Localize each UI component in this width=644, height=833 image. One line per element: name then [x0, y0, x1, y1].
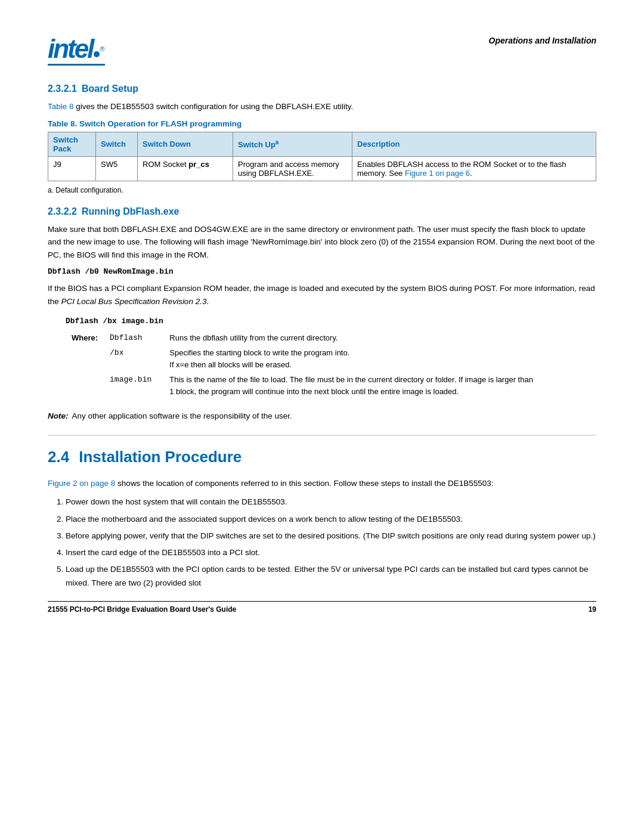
page-header: intel® Operations and Installation [48, 36, 596, 66]
table-footnote: a. Default configuration. [48, 186, 596, 194]
dbflash-key-dbflash: Dbflash [104, 330, 163, 346]
table8: SwitchPack Switch Switch Down Switch Upa… [48, 132, 596, 181]
header-right-text: Operations and Installation [489, 36, 596, 45]
note-label: Note: [48, 411, 69, 420]
note-block: Note:Any other application software is t… [48, 410, 596, 423]
list-item: Power down the host system that will con… [66, 496, 596, 509]
section-232-para1: Make sure that both DBFLASH.EXE and DOS4… [48, 223, 596, 262]
figure2-link[interactable]: Figure 2 on page 8 [48, 479, 115, 488]
dbflash-desc-bx: Specifies the starting block to write th… [163, 345, 543, 372]
dbflash-key-bx: /bx [104, 345, 163, 372]
dbflash-row-2: /bx Specifies the starting block to writ… [66, 345, 543, 372]
intel-logo: intel® [48, 36, 105, 66]
th-description: Description [352, 132, 596, 156]
note-text: Any other application software is the re… [72, 411, 292, 420]
code-block-1: Dbflash /b0 NewRomImage.bin [48, 267, 596, 276]
dbflash-row-1: Where: Dbflash Runs the dbflash utility … [66, 330, 543, 346]
cell-switch: SW5 [96, 156, 138, 181]
list-item: Place the motherboard and the associated… [66, 513, 596, 526]
section-232-para2: If the BIOS has a PCI compliant Expansio… [48, 282, 596, 308]
section-232-heading: 2.3.2.2Running DbFlash.exe [48, 206, 596, 217]
table8-link[interactable]: Table 8 [48, 102, 74, 111]
list-item: Before applying power, verify that the D… [66, 529, 596, 543]
figure1-link[interactable]: Figure 1 on page 6 [405, 169, 470, 178]
intel-letters: intel [48, 36, 100, 62]
footer-left: 21555 PCI-to-PCI Bridge Evaluation Board… [48, 605, 236, 614]
footer-right: 19 [589, 605, 596, 614]
dbflash-row-3: image.bin This is the name of the file t… [66, 372, 543, 399]
section-24-heading: 2.4Installation Procedure [48, 448, 596, 466]
table-row: J9 SW5 ROM Socket pr_cs Program and acce… [48, 156, 596, 181]
th-switch-down: Switch Down [138, 132, 233, 156]
dbflash-section: Dbflash /bx image.bin Where: Dbflash Run… [66, 317, 596, 400]
dbflash-title: Dbflash /bx image.bin [66, 317, 596, 326]
list-item: Load up the DE1B55503 with the PCI optio… [66, 563, 596, 590]
th-switch-up: Switch Upa [233, 132, 352, 156]
table8-caption: Table 8. Switch Operation for FLASH prog… [48, 119, 596, 128]
dbflash-table: Where: Dbflash Runs the dbflash utility … [66, 330, 543, 400]
dbflash-key-imagebin: image.bin [104, 372, 163, 399]
registered-mark: ® [100, 45, 104, 52]
th-switch-pack: SwitchPack [48, 132, 96, 156]
list-item: Insert the card edge of the DE1B55503 in… [66, 546, 596, 559]
installation-steps: Power down the host system that will con… [66, 496, 596, 590]
section-24-intro: Figure 2 on page 8 shows the location of… [48, 477, 596, 490]
cell-switch-up: Program and access memory using DBFLASH.… [233, 156, 352, 181]
section-231-heading: 2.3.2.1Board Setup [48, 83, 596, 94]
dbflash-label-where: Where: [66, 330, 104, 346]
page-footer: 21555 PCI-to-PCI Bridge Evaluation Board… [48, 601, 596, 614]
dbflash-desc-dbflash: Runs the dbflash utility from the curren… [163, 330, 543, 346]
th-switch: Switch [96, 132, 138, 156]
cell-description: Enables DBFLASH access to the ROM Socket… [352, 156, 596, 181]
cell-switch-pack: J9 [48, 156, 96, 181]
cell-switch-down: ROM Socket pr_cs [138, 156, 233, 181]
dbflash-desc-imagebin: This is the name of the file to load. Th… [163, 372, 543, 399]
section-231-intro: Table 8 Table 8 gives the DE1B55503 swit… [48, 100, 596, 113]
